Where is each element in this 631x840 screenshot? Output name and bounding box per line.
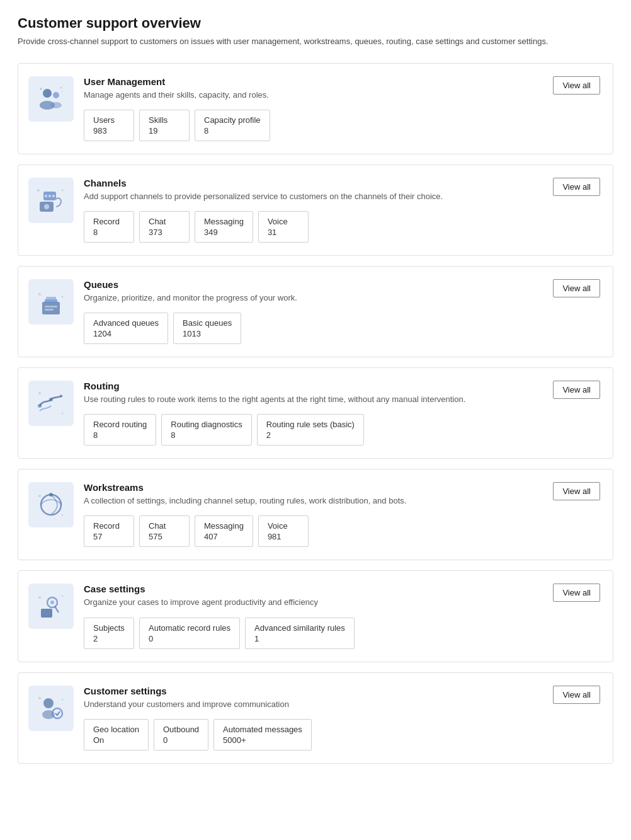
customer-settings-stat-1[interactable]: Outbound0: [154, 719, 208, 751]
svg-point-3: [50, 102, 62, 108]
svg-rect-17: [46, 297, 56, 301]
channels-stat-2[interactable]: Messaging349: [195, 211, 253, 243]
routing-stat-value-2: 2: [266, 430, 355, 440]
channels-header-info: ChannelsAdd support channels to provide …: [84, 178, 543, 202]
queues-view-all-button[interactable]: View all: [553, 279, 600, 297]
channels-stat-3[interactable]: Voice31: [258, 211, 309, 243]
channels-stat-label-0: Record: [93, 217, 125, 226]
queues-header: QueuesOrganize, prioritize, and monitor …: [84, 279, 600, 304]
channels-stat-1[interactable]: Chat373: [139, 211, 190, 243]
case-settings-header: Case settingsOrganize your cases to impr…: [84, 584, 600, 608]
svg-point-5: [60, 86, 62, 88]
queues-stat-0[interactable]: Advanced queues1204: [84, 313, 168, 344]
routing-stat-2[interactable]: Routing rule sets (basic)2: [257, 414, 364, 446]
workstreams-stat-0[interactable]: Record57: [84, 515, 134, 547]
workstreams-stat-label-0: Record: [93, 521, 125, 531]
channels-stat-0[interactable]: Record8: [84, 211, 134, 243]
routing-icon: [28, 381, 74, 426]
customer-settings-stat-value-0: On: [93, 735, 139, 745]
user-management-stat-2[interactable]: Capacity profile8: [195, 110, 270, 141]
customer-settings-description: Understand your customers and improve co…: [84, 699, 537, 710]
svg-point-27: [41, 495, 61, 515]
svg-point-39: [38, 697, 41, 699]
svg-rect-18: [45, 306, 57, 308]
customer-settings-stat-0[interactable]: Geo locationOn: [84, 719, 149, 751]
case-settings-title: Case settings: [84, 584, 543, 594]
case-settings-stat-0[interactable]: Subjects2: [84, 618, 134, 649]
section-card-user-management: User ManagementManage agents and their s…: [18, 63, 613, 154]
svg-point-11: [48, 195, 51, 197]
workstreams-stat-1[interactable]: Chat575: [139, 515, 190, 547]
customer-settings-content: Customer settingsUnderstand your custome…: [84, 686, 600, 751]
svg-point-26: [62, 413, 64, 415]
svg-point-6: [62, 91, 63, 92]
case-settings-stat-2[interactable]: Advanced similarity rules1: [245, 618, 355, 649]
case-settings-stat-value-0: 2: [93, 634, 125, 643]
workstreams-content: WorkstreamsA collection of settings, inc…: [84, 482, 600, 547]
user-management-stat-value-1: 19: [149, 126, 180, 135]
workstreams-stat-value-0: 57: [93, 532, 125, 541]
svg-point-29: [38, 495, 41, 497]
workstreams-view-all-button[interactable]: View all: [553, 482, 600, 500]
routing-stat-value-0: 8: [93, 430, 147, 440]
user-management-content: User ManagementManage agents and their s…: [84, 76, 600, 141]
channels-description: Add support channels to provide personal…: [84, 191, 537, 202]
user-management-header-info: User ManagementManage agents and their s…: [84, 76, 543, 101]
svg-point-12: [52, 195, 55, 197]
workstreams-stat-3[interactable]: Voice981: [258, 515, 309, 547]
customer-settings-view-all-button[interactable]: View all: [553, 686, 600, 704]
section-card-customer-settings: Customer settingsUnderstand your custome…: [18, 672, 613, 764]
channels-view-all-button[interactable]: View all: [553, 178, 600, 196]
routing-stat-label-1: Routing diagnostics: [171, 420, 242, 429]
user-management-icon: [28, 76, 74, 122]
workstreams-header-info: WorkstreamsA collection of settings, inc…: [84, 482, 543, 507]
queues-description: Organize, prioritize, and monitor the pr…: [84, 292, 537, 304]
user-management-stat-1[interactable]: Skills19: [139, 110, 190, 141]
svg-point-20: [38, 293, 41, 296]
case-settings-stat-1[interactable]: Automatic record rules0: [139, 618, 240, 649]
user-management-stat-value-0: 983: [93, 126, 125, 135]
workstreams-stat-label-3: Voice: [268, 521, 299, 531]
routing-view-all-button[interactable]: View all: [553, 381, 600, 399]
workstreams-stat-2[interactable]: Messaging407: [195, 515, 253, 547]
channels-stats-row: Record8Chat373Messaging349Voice31: [84, 211, 600, 243]
workstreams-description: A collection of settings, including chan…: [84, 495, 537, 507]
channels-icon: [28, 178, 74, 223]
channels-stat-value-3: 31: [268, 227, 299, 237]
case-settings-stat-label-1: Automatic record rules: [149, 623, 230, 633]
queues-stats-row: Advanced queues1204Basic queues1013: [84, 313, 600, 344]
svg-point-0: [43, 89, 52, 98]
channels-stat-value-1: 373: [149, 227, 180, 237]
workstreams-title: Workstreams: [84, 482, 543, 493]
customer-settings-header-info: Customer settingsUnderstand your custome…: [84, 686, 543, 710]
svg-point-36: [43, 698, 54, 708]
svg-point-35: [62, 595, 64, 597]
svg-point-40: [62, 698, 64, 700]
customer-settings-header: Customer settingsUnderstand your custome…: [84, 686, 600, 710]
user-management-view-all-button[interactable]: View all: [553, 76, 600, 95]
queues-icon: [28, 279, 74, 325]
routing-stat-0[interactable]: Record routing8: [84, 414, 156, 446]
svg-point-8: [44, 204, 49, 209]
queues-stat-value-0: 1204: [93, 329, 159, 338]
svg-point-24: [49, 398, 53, 401]
user-management-stat-0[interactable]: Users983: [84, 110, 134, 141]
svg-point-30: [62, 514, 64, 516]
svg-point-21: [62, 296, 64, 297]
section-card-routing: RoutingUse routing rules to route work i…: [18, 367, 613, 459]
user-management-header: User ManagementManage agents and their s…: [84, 76, 600, 101]
queues-content: QueuesOrganize, prioritize, and monitor …: [84, 279, 600, 344]
case-settings-stat-value-2: 1: [254, 634, 345, 643]
channels-stat-label-3: Voice: [268, 217, 299, 226]
routing-header-info: RoutingUse routing rules to route work i…: [84, 381, 543, 405]
case-settings-view-all-button[interactable]: View all: [553, 584, 600, 602]
channels-content: ChannelsAdd support channels to provide …: [84, 178, 600, 243]
routing-stat-label-2: Routing rule sets (basic): [266, 420, 355, 429]
customer-settings-stat-2[interactable]: Automated messages5000+: [213, 719, 312, 751]
routing-stat-1[interactable]: Routing diagnostics8: [161, 414, 251, 446]
case-settings-content: Case settingsOrganize your cases to impr…: [84, 584, 600, 648]
channels-stat-label-2: Messaging: [204, 217, 244, 226]
svg-point-4: [40, 88, 42, 90]
queues-stat-1[interactable]: Basic queues1013: [173, 313, 241, 344]
svg-point-23: [38, 404, 42, 408]
